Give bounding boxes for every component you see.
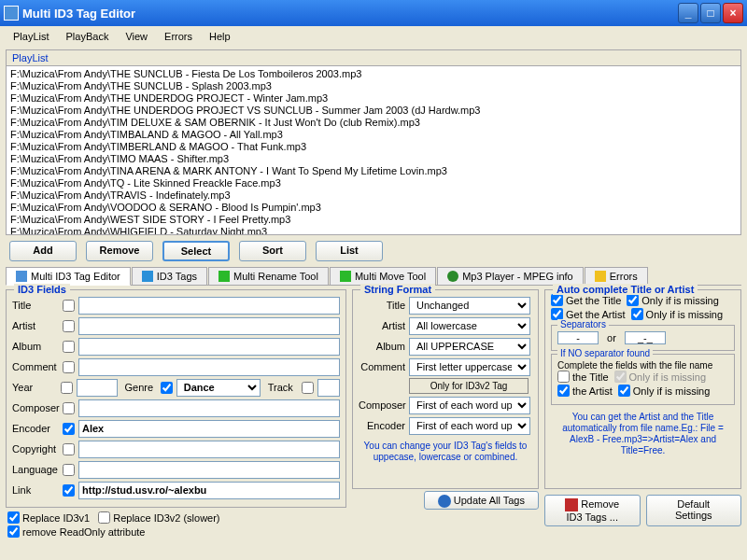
comment-checkbox[interactable] bbox=[63, 361, 75, 373]
close-button[interactable]: × bbox=[723, 3, 743, 23]
composer-checkbox[interactable] bbox=[63, 402, 75, 414]
tab-move[interactable]: Multi Move Tool bbox=[330, 267, 436, 285]
list-button[interactable]: List bbox=[316, 241, 383, 261]
copyright-input[interactable] bbox=[78, 441, 340, 458]
fmt-artist-select[interactable]: All lowercase bbox=[409, 317, 530, 335]
list-item[interactable]: F:\Muzica\From Andy\THE SUNCLUB - Fiesta… bbox=[8, 68, 739, 80]
id3-legend: ID3 Fields bbox=[14, 284, 70, 295]
app-icon bbox=[4, 6, 19, 21]
link-checkbox[interactable] bbox=[63, 484, 75, 497]
error-icon bbox=[595, 271, 606, 282]
playlist-panel: PlayList F:\Muzica\From Andy\THE SUNCLUB… bbox=[6, 49, 741, 235]
sep2-input[interactable] bbox=[625, 331, 666, 344]
menu-playback[interactable]: PlayBack bbox=[59, 29, 117, 44]
autocomplete-group: Auto complete Title or Artist Get the Ti… bbox=[544, 289, 741, 489]
title-missing-checkbox[interactable] bbox=[627, 294, 639, 306]
tab-errors[interactable]: Errors bbox=[585, 267, 648, 285]
replace-v2-checkbox[interactable] bbox=[98, 511, 110, 524]
playlist-title: PlayList bbox=[7, 50, 740, 66]
list-item[interactable]: F:\Muzica\From Andy\TIM DELUXE & SAM OBE… bbox=[8, 117, 739, 129]
list-item[interactable]: F:\Muzica\From Andy\TQ - Lite Skinned Fr… bbox=[8, 177, 739, 189]
album-checkbox[interactable] bbox=[63, 341, 75, 353]
tag-icon bbox=[142, 271, 153, 282]
list-item[interactable]: F:\Muzica\From Andy\TIMBERLAND & MAGOO -… bbox=[8, 141, 739, 153]
default-settings-button[interactable]: Default Settings bbox=[646, 495, 742, 526]
list-item[interactable]: F:\Muzica\From Andy\TRAVIS - Indefinatel… bbox=[8, 189, 739, 202]
menu-help[interactable]: Help bbox=[202, 29, 238, 44]
editor-panel: ID3 Fields Title Artist Album Comment Ye… bbox=[6, 286, 741, 547]
maximize-button[interactable]: □ bbox=[700, 3, 721, 23]
artist-missing-checkbox[interactable] bbox=[631, 308, 643, 320]
fmt-album-select[interactable]: All UPPERCASE bbox=[409, 338, 530, 356]
separators-group: Separators or bbox=[551, 325, 735, 351]
list-item[interactable]: F:\Muzica\From Andy\THE UNDERDOG PROJECT… bbox=[8, 105, 739, 117]
edit-icon bbox=[16, 271, 27, 282]
menu-bar: PlayList PlayBack View Errors Help bbox=[0, 26, 747, 47]
year-checkbox[interactable] bbox=[61, 382, 73, 394]
list-item[interactable]: F:\Muzica\From Andy\THE SUNCLUB - Splash… bbox=[8, 80, 739, 92]
fmt-comment-select[interactable]: First letter uppercase bbox=[409, 358, 530, 376]
encoder-input[interactable] bbox=[78, 420, 340, 438]
artist-checkbox[interactable] bbox=[63, 320, 75, 332]
track-input[interactable] bbox=[317, 379, 340, 397]
list-item[interactable]: F:\Muzica\From Andy\TIMBALAND & MAGOO - … bbox=[8, 129, 739, 141]
tab-editor[interactable]: Multi ID3 Tag Editor bbox=[6, 267, 131, 286]
genre-checkbox[interactable] bbox=[161, 382, 173, 394]
list-item[interactable]: F:\Muzica\From Andy\VOODOO & SERANO - Bl… bbox=[8, 202, 739, 214]
refresh-icon bbox=[438, 495, 451, 508]
list-item[interactable]: F:\Muzica\From Andy\THE UNDERDOG PROJECT… bbox=[8, 92, 739, 105]
replace-v1-checkbox[interactable] bbox=[7, 511, 20, 524]
menu-view[interactable]: View bbox=[118, 29, 155, 44]
the-artist-checkbox[interactable] bbox=[557, 385, 570, 397]
sep1-input[interactable] bbox=[557, 331, 599, 344]
minimize-button[interactable]: _ bbox=[678, 3, 698, 23]
fmt-composer-select[interactable]: First of each word uppercase bbox=[409, 397, 530, 414]
title-checkbox[interactable] bbox=[63, 300, 75, 312]
no-separator-group: If NO separator found Complete the field… bbox=[551, 354, 735, 405]
title-input[interactable] bbox=[78, 297, 340, 315]
remove-readonly-checkbox[interactable] bbox=[7, 525, 20, 538]
copyright-checkbox[interactable] bbox=[63, 443, 75, 455]
encoder-checkbox[interactable] bbox=[63, 423, 75, 435]
year-input[interactable] bbox=[77, 379, 118, 397]
get-title-checkbox[interactable] bbox=[551, 294, 563, 306]
artist-input[interactable] bbox=[78, 317, 340, 335]
language-checkbox[interactable] bbox=[63, 464, 75, 476]
tab-rename[interactable]: Multi Rename Tool bbox=[208, 267, 329, 285]
sort-button[interactable]: Sort bbox=[239, 241, 306, 261]
playlist-buttons: Add Remove Select Sort List bbox=[6, 235, 741, 267]
auto-legend: Auto complete Title or Artist bbox=[553, 284, 698, 295]
menu-errors[interactable]: Errors bbox=[157, 29, 200, 44]
remove-tags-button[interactable]: Remove ID3 Tags ... bbox=[544, 495, 641, 526]
title-missing2-checkbox bbox=[614, 371, 627, 383]
list-item[interactable]: F:\Muzica\From Andy\TINA ARENA & MARK AN… bbox=[8, 165, 739, 177]
language-input[interactable] bbox=[78, 461, 340, 479]
only-v2-label: Only for ID3v2 Tag bbox=[409, 378, 529, 394]
list-item[interactable]: F:\Muzica\From Andy\WEST SIDE STORY - I … bbox=[8, 214, 739, 226]
format-legend: String Format bbox=[360, 284, 435, 295]
fmt-encoder-select[interactable]: First of each word uppercase bbox=[409, 417, 530, 435]
genre-select[interactable]: Dance bbox=[176, 379, 261, 397]
list-item[interactable]: F:\Muzica\From Andy\TIMO MAAS - Shifter.… bbox=[8, 153, 739, 165]
album-input[interactable] bbox=[78, 338, 340, 356]
tab-bar: Multi ID3 Tag Editor ID3 Tags Multi Rena… bbox=[6, 267, 741, 286]
artist-missing2-checkbox[interactable] bbox=[618, 385, 630, 397]
select-button[interactable]: Select bbox=[162, 241, 230, 261]
link-input[interactable] bbox=[78, 482, 340, 499]
composer-input[interactable] bbox=[78, 399, 340, 417]
the-title-checkbox[interactable] bbox=[557, 371, 570, 383]
track-checkbox[interactable] bbox=[302, 382, 314, 394]
menu-playlist[interactable]: PlayList bbox=[6, 29, 57, 44]
string-format-group: String Format TitleUnchanged ArtistAll l… bbox=[352, 289, 539, 489]
list-item[interactable]: F:\Muzica\From Andy\WHIGFIELD - Saturday… bbox=[8, 226, 739, 234]
add-button[interactable]: Add bbox=[9, 241, 77, 261]
tab-player[interactable]: Mp3 Player - MPEG info bbox=[437, 267, 584, 285]
id3-fields-group: ID3 Fields Title Artist Album Comment Ye… bbox=[6, 289, 346, 508]
fmt-title-select[interactable]: Unchanged bbox=[409, 297, 530, 315]
playlist-listbox[interactable]: F:\Muzica\From Andy\THE SUNCLUB - Fiesta… bbox=[7, 66, 740, 234]
title-bar: Multi ID3 Tag Editor _ □ × bbox=[0, 0, 747, 26]
tab-id3tags[interactable]: ID3 Tags bbox=[132, 267, 207, 285]
update-tags-button[interactable]: Update All Tags bbox=[424, 491, 539, 510]
remove-button[interactable]: Remove bbox=[86, 241, 153, 261]
comment-input[interactable] bbox=[78, 358, 340, 376]
